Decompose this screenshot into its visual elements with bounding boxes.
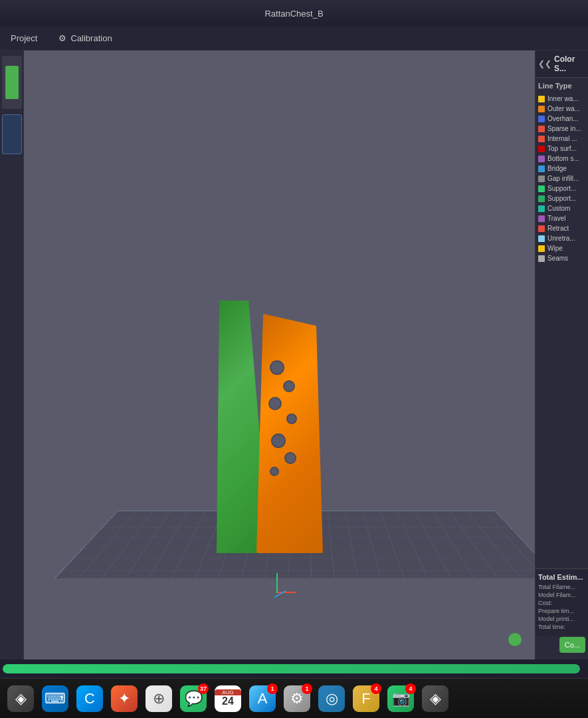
legend-item-custom[interactable]: Custom [538, 203, 585, 213]
dock-item-star[interactable]: ✦ [109, 683, 140, 714]
dock-icon-unknown2: ◈ [422, 685, 448, 712]
dock-item-appstore[interactable]: A1 [247, 683, 278, 714]
legend-item-bottom-surface[interactable]: Bottom s... [538, 154, 585, 164]
menu-project[interactable]: Project [5, 31, 43, 46]
legend-item-internal[interactable]: Internal ... [538, 134, 585, 144]
dock: ◈⌨C✦⊕💬37AUG24A1⚙1◎F4📷4◈ [0, 678, 588, 718]
legend-color-seams [538, 255, 545, 262]
legend-item-sparse-infill[interactable]: Sparse in... [538, 124, 585, 134]
estimate-row-prepare-time: Prepare tim... [538, 608, 585, 614]
continue-button[interactable]: Co... [559, 637, 585, 653]
legend-label-internal: Internal ... [547, 135, 577, 142]
dock-icon-vscode: ⌨ [42, 685, 68, 712]
line-type-section: Line Type Inner wa...Outer wa...Overhan.… [536, 78, 588, 568]
estimate-rows: Total Filame...Model Filam...Cost:Prepar… [538, 584, 585, 630]
legend-label-bottom-surface: Bottom s... [547, 155, 579, 162]
legend-color-overhang [538, 116, 545, 122]
legend-item-top-surface[interactable]: Top surf... [538, 144, 585, 154]
legend-item-support2[interactable]: Support... [538, 193, 585, 203]
legend-color-bottom-surface [538, 156, 545, 162]
panel-header-title: Color S... [554, 55, 585, 73]
legend-item-bridge[interactable]: Bridge [538, 164, 585, 174]
legend-label-retract: Retract [547, 225, 569, 232]
dock-icon-chrome: ⊕ [146, 685, 172, 712]
legend-color-top-surface [538, 146, 545, 152]
legend-color-inner-wall [538, 96, 545, 102]
dock-icon-calendar: AUG24 [215, 685, 241, 712]
dock-icon-caret: C [76, 685, 103, 712]
dock-item-facetime[interactable]: 📷4 [385, 683, 416, 714]
estimate-label-model-filament: Model Filam... [538, 592, 585, 598]
hole-4 [286, 414, 297, 424]
legend-item-outer-wall[interactable]: Outer wa... [538, 104, 585, 114]
legend-label-custom: Custom [547, 205, 570, 212]
viewport-3d[interactable] [24, 51, 535, 659]
dock-item-vscode[interactable]: ⌨ [40, 683, 70, 714]
dock-item-fusion[interactable]: F4 [351, 683, 381, 714]
estimate-row-model-print: Model printi... [538, 616, 585, 622]
continue-button-wrapper: Co... [536, 636, 588, 659]
panel-header: ❮❮ Color S... [536, 51, 588, 78]
legend-item-retract[interactable]: Retract [538, 223, 585, 233]
legend-color-travel [538, 215, 545, 222]
hole-1 [270, 360, 284, 375]
continue-label: Co... [565, 641, 580, 649]
legend-label-bridge: Bridge [547, 165, 567, 172]
dock-badge-facetime: 4 [405, 683, 416, 694]
legend-label-outer-wall: Outer wa... [547, 105, 580, 112]
dock-icon-unknown: ◈ [7, 685, 34, 712]
window-title: RattanChest_B [264, 9, 323, 19]
dock-item-safari[interactable]: ◎ [316, 683, 347, 714]
legend-label-sparse-infill: Sparse in... [547, 125, 581, 132]
dock-item-messages[interactable]: 💬37 [178, 683, 209, 714]
progress-bar [3, 664, 580, 673]
legend-label-inner-wall: Inner wa... [547, 95, 579, 102]
hole-6 [284, 452, 296, 464]
legend-item-inner-wall[interactable]: Inner wa... [538, 94, 585, 104]
legend-color-outer-wall [538, 106, 545, 112]
legend-color-support1 [538, 185, 545, 192]
legend-color-sparse-infill [538, 126, 545, 132]
top-bar: RattanChest_B [0, 0, 588, 27]
hole-2 [283, 380, 295, 392]
legend-label-travel: Travel [547, 215, 565, 222]
legend-color-wipe [538, 245, 545, 252]
legend-label-support2: Support... [547, 195, 576, 202]
sidebar-active-item[interactable] [2, 114, 22, 154]
progress-bar-fill [3, 664, 580, 673]
collapse-icon[interactable]: ❮❮ [538, 59, 551, 68]
progress-bar-container [0, 659, 588, 678]
legend-item-overhang[interactable]: Overhan... [538, 114, 585, 124]
dock-item-calendar[interactable]: AUG24 [213, 683, 243, 714]
dock-item-unknown[interactable]: ◈ [5, 683, 36, 714]
dock-item-caret[interactable]: C [74, 683, 105, 714]
estimate-row-total-filament: Total Filame... [538, 584, 585, 590]
legend-color-custom [538, 205, 545, 212]
menu-calibration[interactable]: ⚙ Calibration [53, 31, 117, 46]
dock-item-chrome[interactable]: ⊕ [144, 683, 174, 714]
estimate-row-model-filament: Model Filam... [538, 592, 585, 598]
legend-item-gap-infill[interactable]: Gap infill... [538, 174, 585, 183]
dock-item-syspreferences[interactable]: ⚙1 [282, 683, 312, 714]
estimate-row-cost: Cost: [538, 600, 585, 606]
legend-item-unretract[interactable]: Unretra... [538, 233, 585, 243]
3d-model [217, 300, 323, 553]
legend-label-support1: Support... [547, 185, 576, 192]
sidebar-thumbnail-1[interactable] [2, 56, 22, 109]
legend-label-gap-infill: Gap infill... [547, 175, 579, 182]
line-type-title: Line Type [538, 80, 585, 91]
legend-item-support1[interactable]: Support... [538, 183, 585, 193]
estimate-label-prepare-time: Prepare tim... [538, 608, 585, 614]
left-sidebar [0, 51, 24, 659]
legend-item-seams[interactable]: Seams [538, 253, 585, 263]
estimate-label-model-print: Model printi... [538, 616, 585, 622]
hole-3 [268, 397, 282, 410]
total-estimate-title: Total Estim... [538, 573, 585, 581]
legend-item-travel[interactable]: Travel [538, 213, 585, 223]
right-panel: ❮❮ Color S... Line Type Inner wa...Outer… [535, 51, 588, 659]
legend-color-unretract [538, 235, 545, 242]
dock-item-unknown2[interactable]: ◈ [420, 683, 450, 714]
legend-item-wipe[interactable]: Wipe [538, 243, 585, 253]
legend-label-overhang: Overhan... [547, 115, 579, 122]
dock-badge-fusion: 4 [371, 683, 381, 694]
